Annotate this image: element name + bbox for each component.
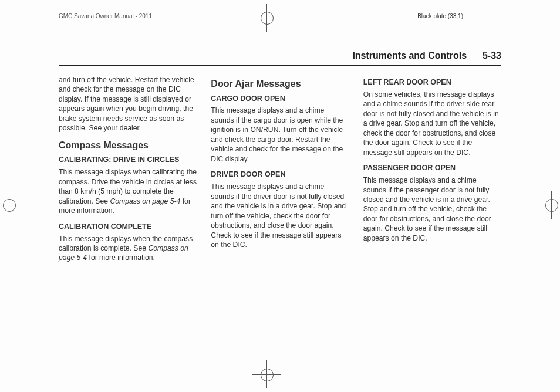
chapter-title: Instruments and Controls xyxy=(352,50,467,60)
page-number: 5-33 xyxy=(483,50,501,60)
registration-mark-right xyxy=(537,191,560,219)
ref-compass-1: Compass on page 5-4 xyxy=(110,197,180,205)
para-cargo-door: This message displays and a chime sounds… xyxy=(211,106,349,164)
chapter-header: Instruments and Controls 5-33 xyxy=(59,50,501,66)
para-calibration-complete: This message displays when the compass c… xyxy=(59,234,197,263)
heading-passenger-door-open: PASSENGER DOOR OPEN xyxy=(363,163,501,173)
manual-title: GMC Savana Owner Manual - 2011 xyxy=(59,13,152,19)
heading-calibrating: CALIBRATING: DRIVE IN CIRCLES xyxy=(59,155,197,165)
top-meta-bar: GMC Savana Owner Manual - 2011 Black pla… xyxy=(0,13,560,27)
heading-driver-door-open: DRIVER DOOR OPEN xyxy=(211,170,349,180)
para-calibrating: This message displays when calibrating t… xyxy=(59,167,197,215)
heading-cargo-door-open: CARGO DOOR OPEN xyxy=(211,94,349,104)
heading-door-ajar-messages: Door Ajar Messages xyxy=(211,77,349,90)
black-plate-label: Black plate (33,1) xyxy=(417,13,463,19)
para-passenger-door: This message displays and a chime sounds… xyxy=(363,175,501,243)
para-cal-complete-b: for more information. xyxy=(89,254,155,262)
continuation-paragraph: and turn off the vehicle. Restart the ve… xyxy=(59,75,197,133)
para-driver-door: This message displays and a chime sounds… xyxy=(211,182,349,249)
heading-calibration-complete: CALIBRATION COMPLETE xyxy=(59,222,197,232)
registration-mark-bottom xyxy=(252,360,281,388)
heading-compass-messages: Compass Messages xyxy=(59,139,197,152)
registration-mark-left xyxy=(0,191,23,219)
body-columns: and turn off the vehicle. Restart the ve… xyxy=(59,75,501,357)
heading-left-rear-door-open: LEFT REAR DOOR OPEN xyxy=(363,77,501,87)
page: GMC Savana Owner Manual - 2011 Black pla… xyxy=(0,0,560,392)
para-left-rear-door: On some vehicles, this message displays … xyxy=(363,90,501,157)
